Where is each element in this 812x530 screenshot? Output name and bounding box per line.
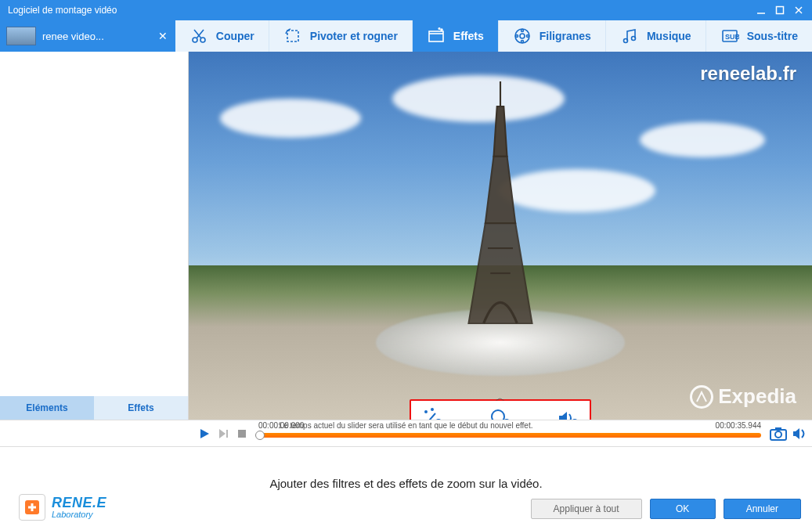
video-stage: reneelab.fr Expedia ︿ — [189, 52, 812, 420]
tool-label: Musique — [647, 30, 691, 42]
main-toolbar: renee video... ✕ Couper Pivoter et rogne… — [0, 20, 812, 52]
maximize-button[interactable] — [771, 3, 789, 17]
tool-effets[interactable]: Effets — [413, 20, 499, 52]
svg-point-18 — [526, 35, 529, 38]
video-preview[interactable]: reneelab.fr Expedia ︿ — [189, 52, 812, 420]
svg-point-27 — [425, 411, 427, 413]
play-button[interactable] — [197, 427, 211, 441]
timeline-knob[interactable] — [255, 431, 265, 440]
timeline-track[interactable] — [258, 433, 761, 438]
subtitle-icon: SUB — [720, 27, 739, 45]
cancel-button[interactable]: Annuler — [724, 499, 801, 519]
watermark-bottom-right: Expedia — [690, 384, 796, 409]
svg-rect-8 — [287, 31, 298, 41]
tool-label: Filigranes — [540, 30, 591, 42]
svg-rect-9 — [429, 31, 443, 41]
svg-point-14 — [520, 34, 525, 38]
svg-point-37 — [571, 419, 579, 420]
apply-all-button[interactable]: Appliquer à tout — [531, 499, 642, 519]
tool-soustitre[interactable]: SUB Sous-titre — [706, 20, 812, 52]
tool-label: Effets — [453, 30, 484, 42]
timeline-bar: 00:00:00.000 00:00:35.944 Le temps actue… — [0, 420, 812, 446]
tool-musique[interactable]: Musique — [606, 20, 706, 52]
time-end: 00:00:35.944 — [716, 421, 761, 430]
sidebar: Eléments Effets — [0, 52, 189, 420]
svg-point-43 — [775, 431, 781, 438]
svg-point-32 — [492, 410, 504, 420]
effect-popup: ︿ — [410, 399, 591, 420]
brand-sub: Laboratory — [52, 510, 106, 519]
popup-audio-button[interactable] — [554, 406, 582, 420]
tool-pivoter[interactable]: Pivoter et rogner — [269, 20, 413, 52]
watermark-top-right: reneelab.fr — [700, 63, 796, 85]
svg-point-17 — [515, 35, 518, 38]
svg-line-26 — [424, 413, 435, 420]
step-button[interactable] — [216, 427, 230, 441]
minimize-button[interactable] — [752, 3, 770, 17]
magic-wand-add-icon — [421, 407, 445, 420]
svg-point-15 — [521, 30, 523, 32]
watermark-icon — [513, 27, 532, 45]
eiffel-tower-graphic — [446, 81, 555, 332]
file-thumbnail — [6, 27, 36, 45]
svg-rect-44 — [775, 427, 781, 431]
window-title: Logiciel de montage vidéo — [8, 5, 117, 16]
svg-rect-41 — [238, 430, 246, 438]
file-tab-label: renee video... — [42, 31, 104, 42]
music-icon — [620, 27, 639, 45]
tool-label: Couper — [216, 30, 254, 42]
ok-button[interactable]: OK — [650, 499, 716, 519]
svg-point-11 — [441, 29, 442, 31]
brand-logo: RENE.E Laboratory — [19, 494, 106, 521]
snapshot-button[interactable] — [770, 427, 787, 444]
timeline-hint: Le temps actuel du slider sera utilisé e… — [280, 421, 533, 430]
svg-point-16 — [521, 41, 523, 43]
info-bar: Ajouter des filtres et des effets de zoo… — [0, 446, 812, 530]
popup-zoom-button[interactable] — [486, 406, 514, 420]
brand-name: RENE.E — [52, 496, 106, 510]
stop-button[interactable] — [235, 427, 249, 441]
rotate-crop-icon — [283, 27, 302, 45]
svg-point-28 — [431, 409, 433, 410]
cut-icon — [189, 27, 208, 45]
expedia-logo-icon — [690, 385, 713, 409]
tool-label: Sous-titre — [747, 30, 798, 42]
sidebar-tab-elements[interactable]: Eléments — [0, 396, 94, 420]
svg-point-20 — [631, 37, 635, 41]
file-tab-close[interactable]: ✕ — [158, 30, 168, 42]
title-bar: Logiciel de montage vidéo — [0, 0, 812, 20]
info-message: Ajouter des filtres et des effets de zoo… — [269, 477, 542, 490]
effects-icon — [427, 27, 446, 45]
file-tab[interactable]: renee video... ✕ — [0, 20, 175, 52]
tool-filigranes[interactable]: Filigranes — [499, 20, 606, 52]
svg-point-19 — [623, 39, 627, 43]
brand-icon — [19, 494, 45, 521]
popup-wand-button[interactable] — [419, 406, 447, 420]
zoom-add-icon — [489, 407, 512, 420]
svg-rect-1 — [777, 7, 784, 14]
svg-point-12 — [438, 28, 440, 30]
svg-point-29 — [435, 419, 442, 420]
tool-couper[interactable]: Couper — [175, 20, 269, 52]
audio-add-icon — [556, 407, 579, 420]
volume-button[interactable] — [792, 427, 807, 444]
svg-text:SUB: SUB — [725, 33, 739, 41]
tool-label: Pivoter et rogner — [310, 30, 398, 42]
chevron-up-icon[interactable]: ︿ — [496, 391, 505, 405]
sidebar-tab-effets[interactable]: Effets — [94, 396, 188, 420]
svg-rect-40 — [226, 430, 228, 438]
close-button[interactable] — [790, 3, 807, 17]
